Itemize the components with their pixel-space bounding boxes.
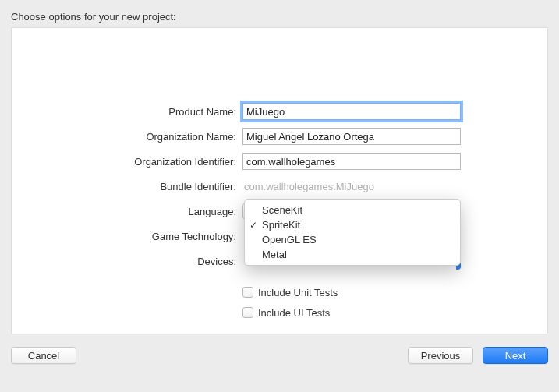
label-product-name: Product Name: bbox=[12, 106, 242, 118]
label-devices: Devices: bbox=[12, 256, 242, 267]
include-ui-tests-label: Include UI Tests bbox=[258, 307, 330, 319]
footer: Cancel Previous Next bbox=[11, 347, 548, 364]
game-technology-dropdown-menu[interactable]: SceneKit ✓ SpriteKit OpenGL ES Metal bbox=[244, 199, 461, 266]
options-panel: Product Name: Organization Name: Organiz… bbox=[11, 27, 548, 334]
product-name-field[interactable] bbox=[242, 103, 461, 120]
dropdown-item-opengles[interactable]: OpenGL ES bbox=[245, 232, 460, 247]
organization-name-field[interactable] bbox=[242, 128, 461, 145]
include-unit-tests-checkbox[interactable] bbox=[242, 287, 253, 298]
label-organization-identifier: Organization Identifier: bbox=[12, 156, 242, 168]
include-unit-tests-label: Include Unit Tests bbox=[258, 287, 338, 298]
cancel-button[interactable]: Cancel bbox=[11, 347, 76, 364]
new-project-options-sheet: Choose options for your new project: Pro… bbox=[0, 0, 559, 392]
sheet-title: Choose options for your new project: bbox=[11, 11, 548, 23]
label-bundle-identifier: Bundle Identifier: bbox=[12, 181, 242, 192]
organization-identifier-field[interactable] bbox=[242, 153, 461, 170]
dropdown-item-scenekit[interactable]: SceneKit bbox=[245, 203, 460, 217]
label-organization-name: Organization Name: bbox=[12, 131, 242, 143]
label-game-technology: Game Technology: bbox=[12, 231, 242, 242]
checkmark-icon: ✓ bbox=[249, 220, 257, 231]
row-include-unit-tests: Include Unit Tests bbox=[12, 284, 547, 301]
dropdown-item-label: SceneKit bbox=[262, 204, 302, 216]
include-ui-tests-checkbox[interactable] bbox=[242, 307, 253, 318]
next-button[interactable]: Next bbox=[483, 347, 548, 364]
row-organization-identifier: Organization Identifier: bbox=[12, 151, 547, 171]
row-product-name: Product Name: bbox=[12, 101, 547, 122]
dropdown-item-label: SpriteKit bbox=[262, 219, 300, 231]
row-include-ui-tests: Include UI Tests bbox=[12, 304, 547, 321]
row-organization-name: Organization Name: bbox=[12, 126, 547, 147]
previous-button[interactable]: Previous bbox=[408, 347, 473, 364]
bundle-identifier-value: com.wallholegames.MiJuego bbox=[242, 181, 374, 192]
dropdown-item-spritekit[interactable]: ✓ SpriteKit bbox=[245, 217, 460, 232]
dropdown-item-label: OpenGL ES bbox=[262, 234, 317, 245]
dropdown-item-label: Metal bbox=[262, 249, 287, 260]
dropdown-item-metal[interactable]: Metal bbox=[245, 247, 460, 262]
row-bundle-identifier: Bundle Identifier: com.wallholegames.MiJ… bbox=[12, 176, 547, 196]
label-language: Language: bbox=[12, 206, 242, 217]
